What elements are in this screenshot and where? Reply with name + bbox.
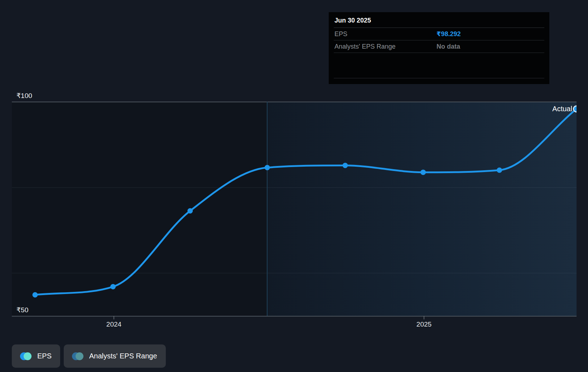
tooltip-range-row: Analysts' EPS Range No data (334, 40, 544, 53)
data-point[interactable] (420, 170, 426, 175)
data-point[interactable] (187, 208, 193, 214)
data-point[interactable] (342, 163, 348, 168)
hover-tooltip: Jun 30 2025 EPS ₹98.292 Analysts' EPS Ra… (329, 12, 549, 84)
tooltip-bottom-divider (334, 78, 544, 78)
analysts-range-series-icon (72, 352, 83, 360)
tooltip-range-label: Analysts' EPS Range (334, 43, 396, 50)
legend-eps-label: EPS (37, 352, 52, 360)
data-point-hovered[interactable] (573, 106, 577, 112)
y-axis-label-50: ₹50 (16, 306, 28, 314)
legend-item-analysts-eps-range[interactable]: Analysts' EPS Range (64, 344, 165, 368)
eps-chart-page: Actual ₹100 ₹50 2024 2025 Jun 30 2025 EP… (0, 0, 588, 372)
data-point[interactable] (265, 165, 270, 170)
x-axis-tick-2024 (114, 316, 114, 319)
legend-analysts-range-label: Analysts' EPS Range (89, 352, 157, 360)
legend: EPS Analysts' EPS Range (12, 344, 166, 368)
tooltip-eps-label: EPS (334, 30, 347, 38)
y-axis-label-100: ₹100 (16, 92, 32, 100)
eps-series-icon (20, 352, 32, 360)
actual-label: Actual (552, 105, 572, 113)
x-axis-label-2025: 2025 (410, 320, 438, 328)
data-point[interactable] (110, 284, 116, 289)
gridline-50 (12, 316, 577, 317)
data-point[interactable] (497, 167, 502, 173)
x-axis-tick-2025 (424, 316, 424, 319)
data-point[interactable] (32, 292, 38, 298)
eps-line (35, 109, 577, 295)
tooltip-eps-value: ₹98.292 (437, 28, 461, 40)
x-axis-label-2024: 2024 (100, 320, 128, 328)
eps-line-chart-canvas[interactable] (12, 102, 577, 316)
legend-item-eps[interactable]: EPS (12, 344, 60, 368)
tooltip-eps-row: EPS ₹98.292 (334, 28, 544, 40)
tooltip-range-value: No data (437, 40, 460, 53)
tooltip-date-title: Jun 30 2025 (334, 12, 544, 28)
